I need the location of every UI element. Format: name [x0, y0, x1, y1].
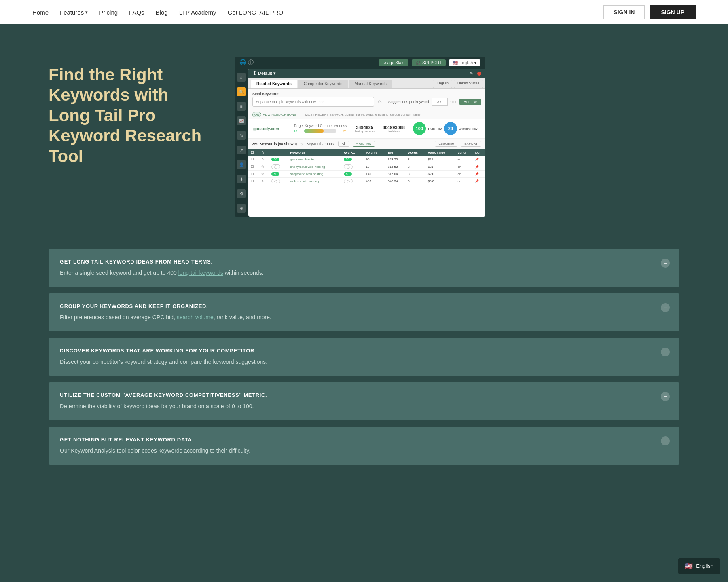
groups-dropdown[interactable]: All: [338, 141, 349, 147]
close-icon[interactable]: [477, 72, 481, 76]
sidebar-icon-1[interactable]: ⌂: [237, 73, 246, 82]
flow-scores: 100 Trust Flow 29 Citation Flow: [413, 122, 477, 135]
adv-options-toggle[interactable]: ON ADVANCED OPTIONS: [252, 112, 296, 117]
flag-icon: 🇺🇸: [685, 562, 693, 570]
keywords-count: 369 Keywords (50 shown): [252, 142, 297, 146]
seed-input[interactable]: [252, 97, 374, 107]
customize-button[interactable]: Customize: [435, 141, 457, 147]
nav-academy[interactable]: LTP Academy: [179, 9, 216, 16]
row-keyword: anonymous web hosting: [288, 163, 341, 171]
feature-title: UTILIZE THE CUSTOM "AVERAGE KEYWORD COMP…: [60, 392, 667, 398]
row-star[interactable]: ☆: [259, 156, 269, 163]
row-star[interactable]: ☆: [259, 163, 269, 171]
row-rank-value: $21: [425, 163, 455, 171]
tab-competitor-keywords[interactable]: Competitor Keywords: [298, 80, 348, 88]
row-star[interactable]: ☆: [259, 171, 269, 178]
hero-text: Find the Right Keywords with Long Tail P…: [49, 57, 210, 167]
th-rank-value: Rank Value: [425, 149, 455, 156]
add-new-button[interactable]: + Add new: [353, 141, 375, 147]
edit-icon[interactable]: ✎: [470, 71, 473, 76]
advanced-options: ON ADVANCED OPTIONS MOST RECENT SEARCH: …: [248, 110, 485, 119]
keyword-link[interactable]: web domain hosting: [290, 179, 319, 183]
row-bid: $15.52: [385, 163, 405, 171]
signin-button[interactable]: SIGN IN: [603, 5, 645, 19]
sidebar-icon-4[interactable]: ✎: [237, 131, 246, 140]
sidebar-icon-2[interactable]: ≡: [237, 102, 246, 111]
nav-blog[interactable]: Blog: [156, 9, 168, 16]
feature-collapse-btn[interactable]: −: [661, 392, 670, 401]
project-name: ⦿ Default ▾: [252, 71, 276, 76]
row-bid: $23.70: [385, 156, 405, 163]
feature-desc: Our Keyword Analysis tool color-codes ke…: [60, 447, 667, 455]
feature-collapse-btn[interactable]: −: [661, 436, 670, 445]
row-volume: 483: [364, 178, 385, 185]
keywords-bar: 369 Keywords (50 shown) ⊙ Keyword Groups…: [248, 139, 485, 149]
language-pill[interactable]: English: [433, 80, 452, 88]
nav-get-pro[interactable]: Get LONGTAIL PRO: [228, 9, 284, 16]
support-btn[interactable]: 🎧 SUPPORT: [412, 59, 446, 66]
feature-desc: Enter a single seed keyword and get up t…: [60, 269, 667, 277]
nav-cta: SIGN IN SIGN UP: [603, 5, 696, 19]
sidebar-icon-7[interactable]: ⬇: [237, 175, 246, 183]
feature-collapse-btn[interactable]: −: [661, 259, 670, 268]
feature-1: − GET LONG TAIL KEYWORD IDEAS FROM HEAD …: [49, 249, 679, 287]
navbar: Home Features Pricing FAQs Blog LTP Acad…: [0, 0, 728, 24]
row-long: en: [455, 163, 473, 171]
feature-collapse-btn[interactable]: −: [661, 303, 670, 312]
retrieve-button[interactable]: Retrieve: [459, 99, 481, 105]
row-bid: $15.04: [385, 171, 405, 178]
country-pill[interactable]: United States: [454, 80, 483, 88]
row-check[interactable]: ☐: [248, 156, 259, 163]
sidebar-icon-9[interactable]: ⊕: [237, 204, 246, 213]
keyword-link[interactable]: gator web hosting: [290, 158, 315, 161]
avg-kc-badge: 50: [344, 172, 352, 176]
tab-related-keywords[interactable]: Related Keywords: [251, 80, 297, 88]
topbar-lang-btn[interactable]: 🇺🇸 English ▾: [449, 59, 480, 66]
row-check[interactable]: ☐: [248, 171, 259, 178]
sugg-input[interactable]: [432, 98, 448, 106]
app-topbar: 🌐 ⓘ Usage Stats 🎧 SUPPORT 🇺🇸 English ▾: [235, 57, 485, 69]
sidebar-icon-3[interactable]: 📈: [237, 116, 246, 125]
feature-desc: Filter preferences based on average CPC …: [60, 313, 667, 322]
sidebar-icon-8[interactable]: ⚙: [237, 189, 246, 198]
kc-badge: ◯: [271, 164, 280, 169]
usage-stats-btn[interactable]: Usage Stats: [379, 59, 408, 66]
row-check[interactable]: ☐: [248, 178, 259, 185]
sidebar-icon-6[interactable]: 👤: [237, 160, 246, 169]
row-long: en: [455, 178, 473, 185]
keyword-link[interactable]: siteground web hosting: [290, 172, 323, 176]
app-screenshot: 🌐 ⓘ Usage Stats 🎧 SUPPORT 🇺🇸 English ▾ ⌂…: [235, 57, 485, 217]
row-rank-value: $2.0: [425, 171, 455, 178]
citation-flow-label: Citation Flow: [459, 127, 477, 131]
nav-faqs[interactable]: FAQs: [129, 9, 144, 16]
hero-section: Find the Right Keywords with Long Tail P…: [0, 24, 728, 241]
keyword-groups-label: Keyword Groups:: [307, 142, 335, 146]
row-keyword: siteground web hosting: [288, 171, 341, 178]
row-star[interactable]: ☆: [259, 178, 269, 185]
row-check[interactable]: ☐: [248, 163, 259, 171]
kc-badge: 50: [271, 158, 279, 161]
row-words: 3: [405, 178, 425, 185]
nav-home[interactable]: Home: [32, 9, 49, 16]
export-button[interactable]: EXPORT: [461, 141, 481, 147]
feature-4: − UTILIZE THE CUSTOM "AVERAGE KEYWORD CO…: [49, 382, 679, 420]
th-check: ☐: [248, 149, 259, 156]
row-loc: 📌: [472, 163, 485, 171]
feature-collapse-btn[interactable]: −: [661, 348, 670, 356]
trust-flow-circle: 100: [413, 122, 426, 135]
citation-flow-circle: 29: [444, 122, 457, 135]
tab-manual-keywords[interactable]: Manual Keywords: [349, 80, 392, 88]
nav-pricing[interactable]: Pricing: [99, 9, 118, 16]
backlinks-block: 304993068 backlinks: [383, 125, 405, 133]
sidebar-icon-5[interactable]: ↗: [237, 146, 246, 154]
sidebar-icon-search[interactable]: 🔍: [237, 87, 246, 96]
th-badge: [269, 149, 288, 156]
nav-features[interactable]: Features: [60, 9, 88, 16]
toggle-icon[interactable]: ⊙: [300, 142, 303, 146]
row-avg-kc: 50: [341, 156, 364, 163]
keyword-link[interactable]: anonymous web hosting: [290, 165, 325, 169]
signup-button[interactable]: SIGN UP: [650, 5, 696, 19]
lang-footer[interactable]: 🇺🇸 English: [678, 558, 720, 574]
row-rank-value: $0.0: [425, 178, 455, 185]
table-row: ☐ ☆ ◯ anonymous web hosting ◯ 10 $15.52 …: [248, 163, 485, 171]
